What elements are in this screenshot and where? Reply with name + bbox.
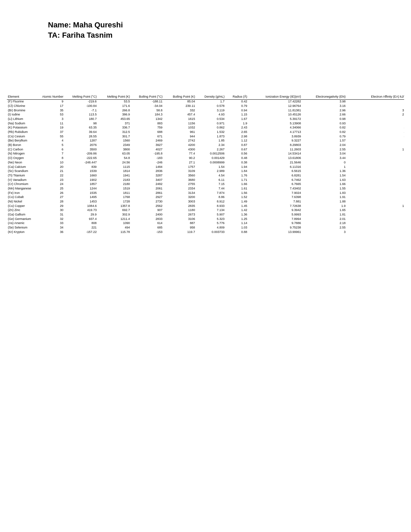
cell-den: 4.93: [196, 113, 225, 117]
elements-table: Element Atomic Number Melting Point (°C)…: [7, 95, 404, 234]
cell-mpk: 63.05: [98, 152, 131, 156]
table-row: (As) Arsenic3380810906148875.7761.149.78…: [7, 221, 404, 226]
cell-den: 8.912: [196, 200, 225, 204]
cell-rad: 0.67: [226, 147, 248, 152]
cell-ie: 9.75238: [248, 226, 302, 230]
cell-en: 2.96: [302, 108, 347, 113]
cell-mpk: 2183: [98, 178, 131, 182]
cell-bpc: 685: [131, 226, 163, 230]
cell-en: 1.91: [302, 195, 347, 200]
cell-rad: 0.87: [226, 143, 248, 148]
cell-an: 17: [37, 104, 64, 108]
cell-bpk: 3109: [163, 169, 196, 174]
cell-bpk: 1757: [163, 165, 196, 169]
cell-den: 0.862: [196, 126, 225, 130]
table-row: (V) Vanadium2319022183340736806.111.716.…: [7, 178, 404, 182]
cell-rad: 0.88: [226, 230, 248, 234]
table-row: (Li) Lithium3180.7453.65134216150.5341.6…: [7, 117, 404, 121]
cell-en: 3.16: [302, 104, 347, 108]
cell-bpc: 759: [131, 126, 163, 130]
cell-bpk: 2334: [163, 186, 196, 191]
table-row: (N) Nitrogen7-209.8663.05-195.877.40.001…: [7, 152, 404, 156]
cell-den: 7.874: [196, 191, 225, 195]
cell-bpk: 958: [163, 226, 196, 230]
cell-ea: 118.4: [347, 204, 404, 208]
cell-ie: 4.17713: [248, 130, 302, 135]
table-row: (Se) Selenium342214946859584.8091.039.75…: [7, 226, 404, 230]
cell-en: 1.63: [302, 178, 347, 182]
table-row: (Cu) Copper291084.61357.8256228358.9331.…: [7, 204, 404, 208]
cell-ie: 5.13908: [248, 121, 302, 126]
cell-an: 55: [37, 134, 64, 139]
cell-en: 0.82: [302, 126, 347, 130]
cell-bpk: 944: [163, 134, 196, 139]
cell-ea: 78: [347, 221, 404, 226]
table-row: (Fe) Iron2615351811286131347.8741.567.90…: [7, 191, 404, 195]
cell-ie: 11.2603: [248, 147, 302, 152]
data-table-wrap: Element Atomic Number Melting Point (°C)…: [7, 95, 404, 234]
cell-mpc: 221: [64, 226, 98, 230]
cell-mpk: 1560: [98, 139, 131, 143]
cell-ea: 18.1: [347, 169, 404, 174]
cell-en: 0.98: [302, 117, 347, 121]
cell-rad: 1.25: [226, 217, 248, 221]
cell-el: (Cr) Chromium: [7, 182, 37, 187]
cell-den: 7.15: [196, 182, 225, 187]
cell-an: 22: [37, 173, 64, 178]
cell-bpc: 3407: [131, 178, 163, 182]
cell-ie: 5.39172: [248, 117, 302, 121]
cell-bpc: 2836: [131, 169, 163, 174]
cell-el: (Mn) Manganese: [7, 186, 37, 191]
cell-den: 2.989: [196, 169, 225, 174]
cell-den: 7.134: [196, 208, 225, 213]
cell-en: 2.18: [302, 221, 347, 226]
cell-mpc: -157.22: [64, 230, 98, 234]
cell-rad: 1.84: [226, 169, 248, 174]
cell-ea: 141: [347, 156, 404, 161]
cell-rad: 1.9: [226, 121, 248, 126]
cell-ea: 45.5: [347, 134, 404, 139]
cell-bpc: 2833: [131, 217, 163, 221]
table-row: (Br) Bromine35-7.1266.858.83323.1190.941…: [7, 108, 404, 113]
cell-an: 5: [37, 143, 64, 148]
cell-rad: 1.42: [226, 208, 248, 213]
cell-bpc: 2861: [131, 191, 163, 195]
cell-ea: 15.7: [347, 191, 404, 195]
cell-el: (Na) Sodium: [7, 121, 37, 126]
table-row: (Sc) Scandium2115391814283631092.9891.84…: [7, 169, 404, 174]
cell-an: 28: [37, 200, 64, 204]
cell-ea: 324.6: [347, 108, 404, 113]
cell-ea: 26.7: [347, 143, 404, 148]
cell-mpc: 98: [64, 121, 98, 126]
cell-an: 23: [37, 178, 64, 182]
cell-bpc: 3287: [131, 173, 163, 178]
cell-bpc: 2562: [131, 204, 163, 208]
cell-en: 3.44: [302, 156, 347, 161]
cell-el: (As) Arsenic: [7, 221, 37, 226]
cell-bpc: -34.04: [131, 104, 163, 108]
col-atomic-number: Atomic Number: [37, 95, 64, 99]
cell-den: 4.54: [196, 173, 225, 178]
table-row: (Zn) Zinc30419.73692.790711807.1341.429.…: [7, 208, 404, 213]
cell-bpc: 2400: [131, 213, 163, 217]
cell-mpk: 2349: [98, 143, 131, 148]
cell-an: 9: [37, 99, 64, 104]
cell-mpk: 1811: [98, 191, 131, 195]
cell-den: 0.0012506: [196, 152, 225, 156]
cell-el: (F) Fluorine: [7, 99, 37, 104]
cell-mpk: 115.78: [98, 230, 131, 234]
cell-mpc: -100.84: [64, 104, 98, 108]
cell-rad: 0.38: [226, 160, 248, 165]
cell-el: (Co) Cobalt: [7, 195, 37, 200]
cell-bpc: 58.8: [131, 108, 163, 113]
cell-bpc: 3927: [131, 143, 163, 148]
cell-den: 5.776: [196, 221, 225, 226]
cell-mpc: 39.64: [64, 130, 98, 135]
cell-ie: 7.9024: [248, 191, 302, 195]
cell-bpk: 4200: [163, 143, 196, 148]
cell-ie: 17.42282: [248, 99, 302, 104]
cell-bpc: 2730: [131, 200, 163, 204]
cell-an: 8: [37, 156, 64, 161]
cell-ea: 52.8: [347, 121, 404, 126]
cell-rad: 1.49: [226, 200, 248, 204]
